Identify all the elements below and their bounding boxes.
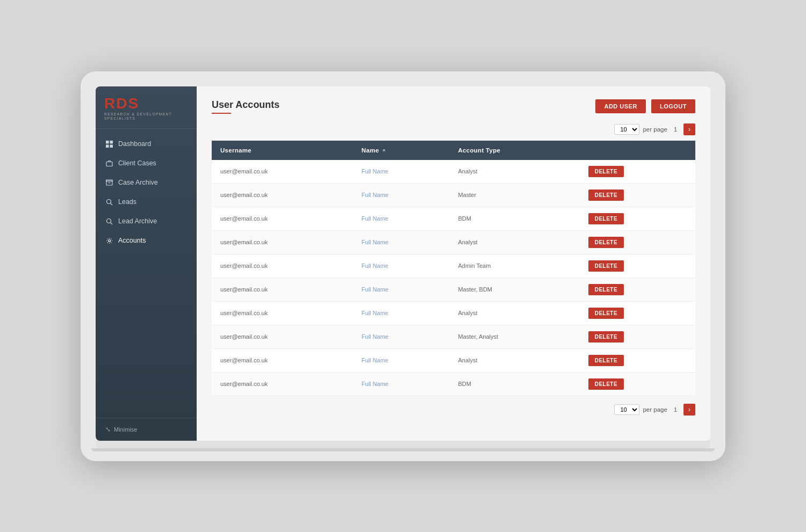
delete-button[interactable]: DELETE — [588, 378, 624, 390]
delete-button[interactable]: DELETE — [588, 260, 624, 272]
sidebar-item-accounts-label: Accounts — [118, 237, 146, 244]
cell-account-type: Analyst — [449, 230, 579, 254]
sidebar: RDS RESEARCH & DEVELOPMENTSPECIALISTS — [96, 86, 197, 441]
logout-button[interactable]: LOGOUT — [651, 99, 695, 113]
sidebar-item-case-archive[interactable]: Case Archive — [96, 173, 197, 192]
sidebar-item-dashboard[interactable]: Dashboard — [96, 134, 197, 154]
sidebar-item-leads[interactable]: Leads — [96, 192, 197, 212]
cell-account-type: BDM — [449, 207, 579, 230]
table-row: user@email.co.uk Full Name Analyst DELET… — [212, 230, 695, 254]
cell-account-type: Analyst — [449, 160, 579, 184]
delete-button[interactable]: DELETE — [588, 213, 624, 224]
add-user-button[interactable]: ADD USER — [595, 99, 645, 113]
table-row: user@email.co.uk Full Name Analyst DELET… — [212, 348, 695, 372]
grid-icon — [105, 140, 113, 148]
cell-account-type: Master — [449, 183, 579, 207]
minimise-button[interactable]: ⤡ Minimise — [96, 418, 197, 441]
cell-account-type: Analyst — [449, 348, 579, 372]
delete-button[interactable]: DELETE — [588, 355, 624, 366]
archive-icon — [105, 179, 113, 186]
cell-name: Full Name — [353, 207, 450, 230]
table-header-row: Username Name ^ Account Type — [212, 141, 695, 160]
cell-account-type: Master, BDM — [449, 278, 579, 301]
sidebar-item-lead-archive[interactable]: Lead Archive — [96, 212, 197, 231]
logo-area: RDS RESEARCH & DEVELOPMENTSPECIALISTS — [96, 86, 197, 129]
page-header: User Accounts ADD USER LOGOUT — [212, 99, 695, 114]
cell-name: Full Name — [353, 372, 450, 396]
sort-arrow-name: ^ — [383, 148, 386, 154]
cell-username: user@email.co.uk — [212, 372, 353, 396]
page-title-underline — [212, 113, 231, 114]
sidebar-item-dashboard-label: Dashboard — [118, 140, 151, 148]
svg-rect-2 — [106, 144, 109, 148]
page-number-bottom: 1 — [671, 405, 680, 414]
cell-account-type: Admin Team — [449, 254, 579, 278]
svg-point-10 — [106, 218, 111, 223]
sidebar-nav: Dashboard Client Cases — [96, 129, 197, 417]
per-page-label-bottom: per page — [643, 406, 667, 413]
table-row: user@email.co.uk Full Name Master, Analy… — [212, 325, 695, 348]
cell-delete: DELETE — [580, 183, 695, 207]
cell-username: user@email.co.uk — [212, 348, 353, 372]
cell-name: Full Name — [353, 348, 450, 372]
search-icon — [105, 198, 113, 206]
svg-point-8 — [106, 199, 111, 203]
delete-button[interactable]: DELETE — [588, 237, 624, 248]
svg-rect-3 — [110, 144, 113, 148]
svg-rect-6 — [106, 180, 112, 181]
cell-name: Full Name — [353, 301, 450, 325]
delete-button[interactable]: DELETE — [588, 331, 624, 342]
page-next-button-bottom[interactable]: › — [683, 404, 695, 416]
page-next-button-top[interactable]: › — [683, 123, 695, 135]
sidebar-item-client-cases[interactable]: Client Cases — [96, 154, 197, 173]
gear-icon — [105, 237, 113, 244]
cell-name: Full Name — [353, 325, 450, 348]
per-page-label-top: per page — [643, 126, 667, 133]
col-header-account-type: Account Type — [449, 141, 579, 160]
table-row: user@email.co.uk Full Name Analyst DELET… — [212, 160, 695, 184]
svg-rect-0 — [106, 141, 109, 144]
cell-delete: DELETE — [580, 207, 695, 230]
col-header-actions — [580, 141, 695, 160]
cell-delete: DELETE — [580, 301, 695, 325]
table-row: user@email.co.uk Full Name Analyst DELET… — [212, 301, 695, 325]
main-content: User Accounts ADD USER LOGOUT 10 25 50 — [197, 86, 710, 441]
sidebar-item-leads-label: Leads — [118, 198, 136, 206]
cell-delete: DELETE — [580, 325, 695, 348]
delete-button[interactable]: DELETE — [588, 166, 624, 177]
cell-name: Full Name — [353, 183, 450, 207]
delete-button[interactable]: DELETE — [588, 284, 624, 295]
pagination-top: 10 25 50 per page 1 › — [212, 123, 695, 135]
cell-username: user@email.co.uk — [212, 183, 353, 207]
svg-line-9 — [110, 203, 112, 205]
logo-rds: RDS — [104, 96, 139, 111]
svg-line-11 — [110, 222, 112, 224]
cell-name: Full Name — [353, 160, 450, 184]
page-number-top: 1 — [671, 125, 680, 134]
per-page-select-top[interactable]: 10 25 50 — [614, 124, 639, 135]
col-header-name[interactable]: Name ^ — [353, 141, 450, 160]
cell-username: user@email.co.uk — [212, 301, 353, 325]
cell-username: user@email.co.uk — [212, 230, 353, 254]
cell-account-type: Master, Analyst — [449, 325, 579, 348]
briefcase-icon — [105, 159, 113, 167]
cell-username: user@email.co.uk — [212, 278, 353, 301]
minimise-icon: ⤡ — [105, 426, 111, 433]
sidebar-item-lead-archive-label: Lead Archive — [118, 217, 157, 225]
cell-name: Full Name — [353, 230, 450, 254]
table-row: user@email.co.uk Full Name BDM DELETE — [212, 372, 695, 396]
cell-username: user@email.co.uk — [212, 325, 353, 348]
table-row: user@email.co.uk Full Name Master, BDM D… — [212, 278, 695, 301]
cell-name: Full Name — [353, 278, 450, 301]
pagination-bottom: 10 25 50 per page 1 › — [212, 404, 695, 416]
sidebar-item-accounts[interactable]: Accounts — [96, 231, 197, 250]
svg-rect-1 — [110, 141, 113, 144]
cell-delete: DELETE — [580, 160, 695, 184]
delete-button[interactable]: DELETE — [588, 308, 624, 319]
per-page-select-bottom[interactable]: 10 25 50 — [614, 404, 639, 415]
logo-subtitle: RESEARCH & DEVELOPMENTSPECIALISTS — [104, 112, 172, 121]
sidebar-item-client-cases-label: Client Cases — [118, 159, 156, 167]
delete-button[interactable]: DELETE — [588, 190, 624, 201]
svg-rect-4 — [106, 162, 112, 166]
sidebar-item-case-archive-label: Case Archive — [118, 179, 158, 186]
